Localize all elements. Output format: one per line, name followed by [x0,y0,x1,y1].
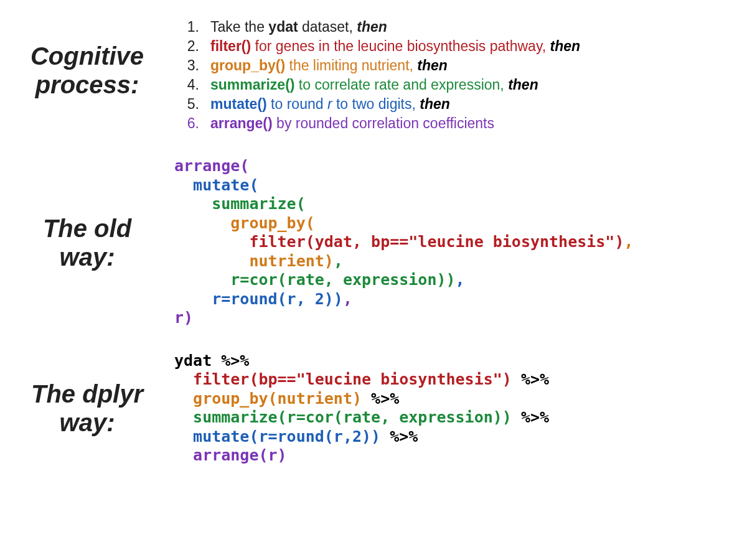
dplyr-way-code-container: ydat %>% filter(bp=="leucine biosynthesi… [174,352,747,465]
code-mutate: mutate(r=round(r,2)) [174,427,380,446]
step-5: 5. mutate() to round r to two digits, th… [174,95,747,114]
code-arrange: arrange(r) [174,446,287,464]
code-filter-call: filter(ydat, bp=="leucine biosynthesis") [174,233,624,251]
step-text: Take the ydat dataset, then [210,17,387,37]
step-text: filter() for genes in the leucine biosyn… [210,37,580,56]
code-summarize: summarize(r=cor(rate, expression)) [174,408,512,426]
code-pipe: %>% [521,370,549,388]
label-cognitive-line2: process: [0,70,174,99]
code-mutate-arg: r=round(r, 2)) [174,290,343,308]
section-cognitive-process: Cognitive process: 1. Take the ydat data… [0,0,747,133]
step-text: mutate() to round r to two digits, then [210,95,450,114]
label-dplyr-line2: way: [0,408,174,437]
step-text: summarize() to correlate rate and expres… [210,75,538,95]
step-1: 1. Take the ydat dataset, then [174,17,747,37]
code-comma: , [334,252,343,270]
step-6: 6. arrange() by rounded correlation coef… [174,114,747,133]
code-pipe: %>% [221,352,249,370]
code-summarize-arg: r=cor(rate, expression)) [174,271,456,289]
code-mutate-open: mutate( [174,176,258,194]
label-old-line2: way: [0,243,174,271]
label-cognitive-line1: Cognitive [0,42,174,70]
label-dplyr-line1: The dplyr [0,380,174,408]
step-2: 2. filter() for genes in the leucine bio… [174,37,747,56]
code-arrange-arg: r) [174,309,193,327]
label-old-line1: The old [0,214,174,243]
code-pipe: %>% [371,390,399,408]
old-way-code-container: arrange( mutate( summarize( group_by( fi… [174,157,747,328]
label-dplyr-way: The dplyr way: [0,380,174,437]
section-old-way: The old way: arrange( mutate( summarize(… [0,157,747,328]
step-number: 4. [174,75,210,95]
code-comma: , [456,271,465,289]
step-number: 5. [174,95,210,114]
label-cognitive: Cognitive process: [0,42,174,99]
code-arrange-open: arrange( [174,157,249,175]
step-number: 2. [174,37,210,56]
step-number: 1. [174,17,210,37]
label-old-way: The old way: [0,214,174,271]
step-number: 3. [174,56,210,75]
steps-list-container: 1. Take the ydat dataset, then 2. filter… [174,7,747,133]
steps-list: 1. Take the ydat dataset, then 2. filter… [174,17,747,133]
step-4: 4. summarize() to correlate rate and exp… [174,75,747,95]
old-way-code: arrange( mutate( summarize( group_by( fi… [174,157,747,328]
code-comma: , [624,233,633,251]
code-groupby-arg: nutrient) [174,252,334,270]
dplyr-way-code: ydat %>% filter(bp=="leucine biosynthesi… [174,352,747,465]
section-dplyr-way: The dplyr way: ydat %>% filter(bp=="leuc… [0,352,747,465]
code-comma: , [343,290,352,308]
code-pipe: %>% [521,408,549,426]
code-groupby-open: group_by( [174,214,315,232]
step-text: arrange() by rounded correlation coeffic… [210,114,494,133]
step-3: 3. group_by() the limiting nutrient, the… [174,56,747,75]
code-groupby: group_by(nutrient) [174,390,362,408]
step-text: group_by() the limiting nutrient, then [210,56,448,75]
code-summarize-open: summarize( [174,195,306,213]
code-filter: filter(bp=="leucine biosynthesis") [174,370,512,388]
code-ydat: ydat [174,352,221,370]
code-pipe: %>% [390,427,418,446]
step-number: 6. [174,114,210,133]
